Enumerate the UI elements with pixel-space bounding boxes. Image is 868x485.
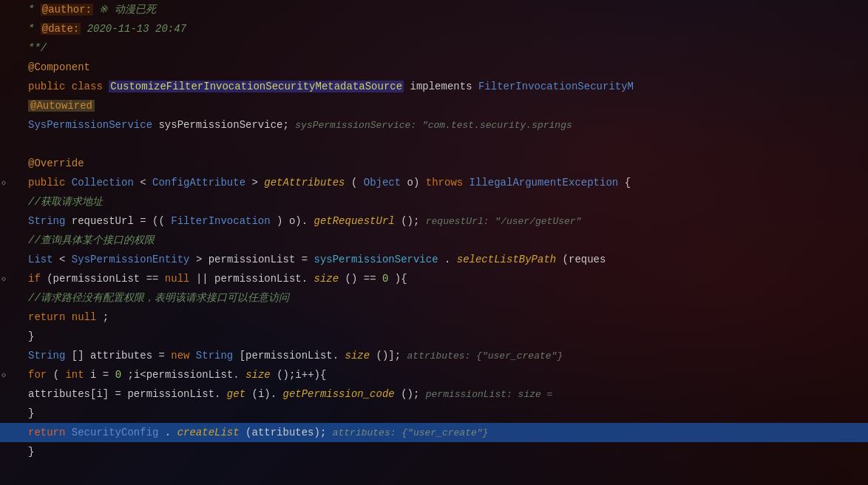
config-attr-type: ConfigAttribute (152, 177, 245, 189)
autowired-annotation: @Autowired (28, 100, 95, 112)
closing-brace-if: } (28, 330, 34, 342)
code-line-3: **/ (0, 38, 868, 58)
class-name-highlighted: CustomizeFilterInvocationSecurityMetadat… (109, 81, 404, 92)
kw-public: public (28, 177, 72, 189)
line-content-22: } (22, 407, 868, 419)
get-perm-end: (); (401, 388, 419, 400)
method-call-end: (); (401, 215, 419, 227)
interface-name: FilterInvocationSecurityM (478, 81, 634, 92)
kw-if: if (28, 273, 41, 285)
filter-invocation-type: FilterInvocation (171, 215, 270, 227)
code-line-11: //获取请求地址 (0, 192, 868, 211)
entity-type: SysPermissionEntity (72, 254, 190, 265)
line-content-20: for ( int i = 0 ;i<permissionList. size … (22, 369, 868, 381)
gutter-icon-15: ◇ (1, 274, 6, 283)
service-call: sysPermissionService (314, 254, 438, 265)
if-paren: (permissionList == (47, 273, 165, 285)
line-content-19: String [] attributes = new String [permi… (22, 350, 868, 362)
code-line-21: attributes[i] = permissionList. get (i).… (0, 384, 868, 404)
if-brace: ){ (395, 273, 407, 285)
code-line-6: @Autowired (0, 96, 868, 115)
create-list-args: (attributes); (245, 427, 326, 438)
code-line-14: List < SysPermissionEntity > permissionL… (0, 250, 868, 269)
array-bracket: [] attributes = (72, 350, 171, 362)
comment-end: **/ (28, 42, 47, 54)
keyword-public: public (28, 81, 72, 92)
create-list-annotation: attributes: {"user_create"} (333, 427, 489, 438)
comment-get-url: //获取请求地址 (28, 196, 103, 208)
code-line-15: ◇ if (permissionList == null || permissi… (0, 269, 868, 288)
method-params: ( (351, 177, 357, 189)
get-call: (i). (251, 388, 277, 400)
code-line-5: public class CustomizeFilterInvocationSe… (0, 77, 868, 96)
line-content-1: * @author: ※ 动漫已死 (22, 3, 868, 16)
method-select: selectListByPath (457, 254, 556, 265)
closing-brace-for: } (28, 407, 34, 419)
line-content-8 (22, 138, 868, 150)
kw-return2: return (28, 427, 72, 438)
perm-annotation: permissionList: size = (426, 389, 553, 400)
code-line-24: } (0, 442, 868, 461)
code-line-2: * @date: 2020-11-13 20:47 (0, 19, 868, 38)
code-line-9: @Override (0, 154, 868, 173)
component-annotation: @Component (28, 61, 90, 73)
date-value: 2020-11-13 20:47 (87, 23, 186, 35)
method-get: get (227, 388, 245, 400)
line-content-5: public class CustomizeFilterInvocationSe… (22, 81, 868, 92)
line-content-7: SysPermissionService sysPermissionServic… (22, 119, 868, 131)
code-line-4: @Component (0, 58, 868, 77)
code-line-20: ◇ for ( int i = 0 ;i<permissionList. siz… (0, 365, 868, 384)
line-content-14: List < SysPermissionEntity > permissionL… (22, 254, 868, 265)
comment-star: * (28, 4, 41, 16)
kw-new: new (171, 350, 196, 362)
param-type: Object (364, 177, 401, 189)
security-config: SecurityConfig (72, 427, 159, 438)
size-call: () == (345, 273, 382, 285)
code-line-16: //请求路径没有配置权限，表明该请求接口可以任意访问 (0, 288, 868, 308)
line-content-3: **/ (22, 42, 868, 54)
comment-query-permission: //查询具体某个接口的权限 (28, 234, 155, 246)
gutter-icon-20: ◇ (1, 370, 6, 379)
for-sep1: ;i<permissionList. (127, 369, 239, 381)
line-content-16: //请求路径没有配置权限，表明该请求接口可以任意访问 (22, 291, 868, 305)
line-content-24: } (22, 446, 868, 458)
line-content-11: //获取请求地址 (22, 195, 868, 208)
kw-null: null (165, 273, 190, 285)
method-get-request-url: getRequestUrl (314, 215, 395, 227)
gutter-icon-10: ◇ (1, 178, 6, 187)
code-editor[interactable]: * @author: ※ 动漫已死 * @date: 2020-11-13 20… (0, 0, 868, 485)
code-line-12: String requestUrl = (( FilterInvocation … (0, 211, 868, 231)
attr-annotation: attributes: {"user_create"} (407, 350, 563, 362)
line-content-9: @Override (22, 157, 868, 169)
dot: . (444, 254, 450, 265)
line-content-6: @Autowired (22, 100, 868, 112)
line-content-4: @Component (22, 61, 868, 73)
list-type: List (28, 254, 53, 265)
kw-for: for (28, 369, 47, 381)
param-start: (reques (563, 254, 606, 265)
code-line-10: ◇ public Collection < ConfigAttribute > … (0, 173, 868, 192)
angle1: < (59, 254, 65, 265)
author-value: ※ 动漫已死 (99, 4, 155, 16)
line-content-17: return null ; (22, 311, 868, 323)
code-line-13: //查询具体某个接口的权限 (0, 231, 868, 250)
code-line-22: } (0, 404, 868, 423)
code-editor-container: * @author: ※ 动漫已死 * @date: 2020-11-13 20… (0, 0, 868, 485)
line-content-12: String requestUrl = (( FilterInvocation … (22, 215, 868, 227)
kw-int: int (65, 369, 84, 381)
angle-bracket2: > (251, 177, 264, 189)
method-get-attributes: getAttributes (264, 177, 345, 189)
code-line-8 (0, 135, 868, 154)
cast-close: ) o). (277, 215, 308, 227)
for-condition: ();i++){ (277, 369, 326, 381)
bracket-open: [permissionList. (240, 350, 339, 362)
for-start: 0 (115, 369, 121, 381)
field-name: sysPermissionService; (158, 119, 288, 131)
method-size2: size (345, 350, 370, 362)
date-tag: @date: (41, 23, 81, 35)
attributes-assign: attributes[i] = permissionList. (28, 388, 220, 400)
method-get-perm: getPermission_code (283, 388, 395, 400)
url-annotation: requestUrl: "/user/getUser" (426, 216, 582, 227)
type-sys-permission: SysPermissionService (28, 119, 158, 131)
code-line-17: return null ; (0, 308, 868, 327)
